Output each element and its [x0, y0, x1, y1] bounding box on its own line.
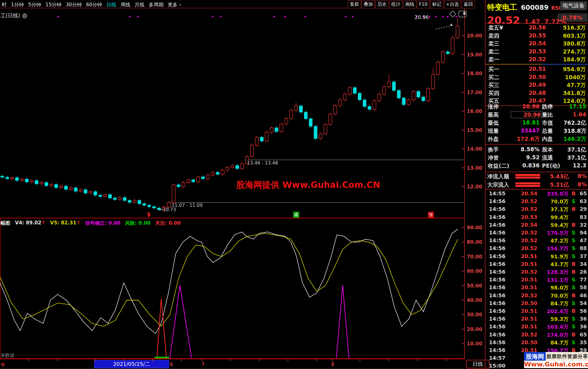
tick-price: 20.50: [517, 300, 537, 306]
price-axis-label: 20.00: [467, 33, 482, 39]
stat-value: 17.15: [569, 103, 586, 109]
tick-count: 46: [578, 292, 587, 298]
tick-count: 94: [578, 230, 587, 236]
tick-price: 20.51: [517, 277, 537, 283]
tick-row: 14:5620.5159.3万S36: [485, 316, 588, 323]
price-axis-label: 13.00: [467, 165, 482, 171]
tick-count: 29: [578, 206, 587, 212]
indicator-axis-label: 40.00: [467, 297, 482, 303]
money-flow-row: 净流入额5.43亿8%: [485, 173, 588, 181]
tick-price: 20.51: [517, 284, 537, 290]
ask-label: 卖五¥: [488, 24, 503, 32]
stat-label: 现量: [488, 127, 499, 135]
tick-count: 36: [578, 316, 587, 322]
tick-price: 20.51: [517, 316, 537, 322]
tick-volume: 131.1万: [539, 277, 568, 283]
tick-flag: B: [571, 261, 576, 267]
tick-row: 14:5620.51131.1万S77: [485, 277, 588, 284]
flow-value: 5.43亿: [543, 173, 569, 180]
tick-volume: 37.1万: [539, 206, 568, 213]
indicator-name[interactable]: 幅图: [1, 220, 10, 226]
stat-value: 8.58%: [511, 146, 540, 152]
tick-flag: S: [571, 198, 576, 204]
stat-label: 总量: [542, 127, 553, 135]
flow-bar: [515, 174, 540, 179]
flow-pct: 8%: [578, 173, 587, 179]
tick-price: 20.52: [517, 198, 537, 204]
chart-annotation: 13.46 - 13.48: [247, 160, 278, 166]
chevron-down-icon[interactable]: ˅: [22, 13, 27, 19]
watermark: 股海网提供 Www.Guhai.Com.CN: [236, 179, 380, 191]
bid-row: 买一20.51954.9万: [485, 66, 588, 73]
tick-time: 14:56: [489, 308, 505, 314]
tick-price: 20.51: [517, 323, 537, 330]
tick-row: 14:5620.5270.0万S63: [485, 198, 588, 206]
price-axis-label: 14.00: [467, 146, 482, 152]
ask-price: 20.56: [520, 24, 546, 31]
bid-label: 买一: [488, 66, 499, 73]
tick-time: 14:56: [489, 269, 505, 275]
tick-time: 14:57: [489, 355, 505, 361]
stat-value: 12.3: [573, 162, 586, 169]
logo-tagline: 股票软件资源分享: [546, 352, 588, 361]
tick-time: 14:56: [489, 198, 505, 204]
tick-flag: S: [571, 245, 576, 251]
ask-price: 20.55: [520, 32, 546, 39]
quote-panel: 卖五¥20.56516.3万卖四20.55603.1万卖三20.54380.8万…: [485, 0, 588, 369]
tick-flag: B: [571, 222, 576, 228]
stat-label: 收益(二): [488, 162, 509, 170]
bid-price: 20.48: [520, 90, 546, 96]
tick-volume: 59.4万: [539, 222, 568, 229]
indicator-header: 幅图 V4: 89.02↑ V5: 82.31↑ 信号确立: 0.00 风险: …: [1, 220, 181, 226]
signal-value: 信号确立: 0.00: [85, 220, 120, 226]
stat-row: 最低18.81市值762.2亿: [485, 119, 588, 127]
tick-time: 14:56: [489, 253, 505, 259]
tick-time: 14:55: [489, 190, 505, 196]
tick-row: 14:5620.5270.0万B46: [485, 292, 588, 300]
tick-time: 14:56: [489, 323, 505, 330]
ask-row: 卖四20.55603.1万: [485, 32, 588, 40]
tick-count: 65: [578, 332, 587, 338]
bid-price: 20.47: [520, 97, 546, 104]
tick-flag: S: [571, 230, 576, 236]
flow-label: 净流入额: [487, 173, 509, 180]
tick-flag: B: [571, 292, 576, 298]
tick-price: 20.52: [517, 245, 537, 251]
stat-label: 换手: [488, 146, 499, 154]
tick-row: 14:5620.51202.4万B56: [485, 308, 588, 316]
bid-row: 买三20.4947.7万: [485, 82, 588, 89]
zhang-event-marker[interactable]: 张: [428, 212, 434, 218]
tick-flag: S: [571, 323, 576, 330]
tick-count: 32: [578, 222, 587, 228]
stat-value: 37.1亿: [567, 146, 586, 154]
up-arrow-icon: ↑: [76, 220, 80, 226]
tick-row: 14:5620.5084.7万S54: [485, 300, 588, 308]
indicator-axis-label: 60.00: [467, 268, 482, 274]
tick-price: 20.52: [517, 332, 537, 338]
stat-value: 146.2万: [564, 135, 586, 143]
tick-volume: 70.0万: [539, 198, 568, 205]
jian-event-marker[interactable]: 减: [293, 212, 299, 218]
tick-price: 20.52: [517, 237, 537, 243]
stat-label: 净资: [488, 154, 499, 162]
flow-pct: 8%: [578, 181, 587, 188]
tick-row: 14:5620.5191.9万S37: [485, 253, 588, 261]
tick-row: 14:5620.52170.5万S94: [485, 230, 588, 237]
tick-flag: B: [571, 332, 576, 338]
ask-label: 卖四: [488, 32, 499, 40]
tick-flag: S: [571, 237, 576, 243]
tick-count: 35: [578, 339, 587, 345]
tick-time: 14:56: [489, 332, 505, 338]
indicator-axis-label: 90.00: [467, 225, 482, 230]
chart-annotation: 20.96: [415, 14, 429, 20]
indicator-axis-label: 80.00: [467, 239, 482, 245]
bid-price: 20.51: [520, 66, 546, 72]
tick-time: 14:56: [489, 245, 505, 251]
stat-value: 0.836: [511, 162, 540, 169]
tick-time: 14:56: [489, 222, 505, 228]
tick-price: 20.51: [517, 308, 537, 314]
layout-icon[interactable]: [458, 11, 466, 17]
stat-value: 9.52: [511, 154, 540, 160]
tick-flag: B: [571, 206, 576, 212]
ask-price: 20.53: [520, 48, 546, 54]
